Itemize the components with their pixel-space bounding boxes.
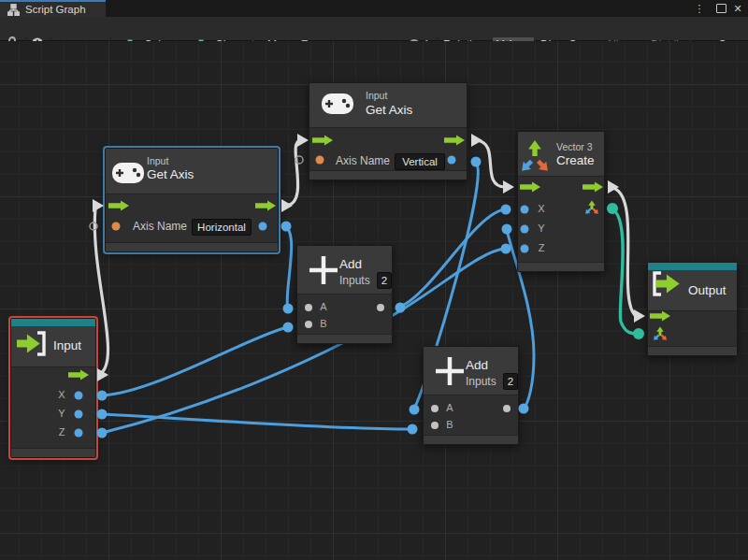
node-footer	[424, 435, 518, 444]
axis-name-field[interactable]: Vertical	[395, 153, 445, 170]
node-vector3-create[interactable]: Vector 3 Create X Y Z	[517, 131, 605, 272]
node-footer	[309, 170, 467, 179]
node-get-axis-horizontal[interactable]: Input Get Axis Axis Name Horizontal	[105, 148, 279, 252]
node-footer	[106, 242, 278, 251]
node-footer	[297, 334, 392, 343]
maximize-icon	[716, 4, 726, 13]
inputs-count-field[interactable]: 2	[377, 272, 392, 289]
window-maximize-button[interactable]	[713, 1, 728, 16]
inputs-label: Inputs	[339, 274, 370, 287]
node-header: Add Inputs 2	[297, 246, 392, 294]
node-output[interactable]: Output	[647, 262, 738, 356]
port-label-z: Z	[55, 426, 68, 438]
node-header: Vector 3 Create	[518, 132, 604, 177]
node-accent-bar	[11, 319, 95, 326]
node-title: Add	[466, 358, 488, 372]
node-title: Get Axis	[366, 103, 412, 117]
node-title: Get Axis	[147, 167, 194, 181]
axis-name-label: Axis Name	[336, 154, 390, 167]
unity-script-graph-window: { "window": { "tab_title": "Script Graph…	[0, 0, 748, 560]
port-label-z: Z	[535, 242, 548, 253]
port-label-y: Y	[55, 408, 68, 419]
tab-script-graph[interactable]: Script Graph	[0, 0, 106, 17]
node-input[interactable]: Input X Y Z	[10, 318, 96, 458]
node-get-axis-vertical[interactable]: Input Get Axis Axis Name Vertical	[309, 82, 468, 180]
node-header: Add Inputs 2	[424, 347, 518, 395]
port-label-x: X	[535, 203, 548, 214]
node-header: Input Get Axis	[309, 83, 467, 128]
graph-toolbar: <×> Cube Character Move Zoom 1x Relation…	[0, 17, 748, 41]
port-label-x: X	[55, 389, 68, 400]
axis-name-label: Axis Name	[133, 220, 187, 233]
node-title: Output	[688, 283, 726, 297]
axis-name-field[interactable]: Horizontal	[192, 219, 252, 236]
node-title: Add	[339, 257, 362, 271]
tab-bar: Script Graph ⋮ ✕	[0, 0, 748, 17]
close-icon: ✕	[733, 3, 741, 15]
window-close-button[interactable]: ✕	[730, 1, 745, 16]
node-footer	[11, 448, 95, 457]
inputs-count-field[interactable]: 2	[503, 373, 518, 390]
node-footer	[518, 262, 604, 271]
node-accent-bar	[648, 263, 737, 270]
node-header: Input Get Axis	[106, 149, 278, 194]
port-label-y: Y	[535, 223, 548, 234]
node-category: Vector 3	[556, 141, 593, 152]
port-label-a: A	[443, 402, 456, 413]
node-title: Create	[556, 153, 595, 167]
kebab-menu-icon: ⋮	[695, 3, 705, 15]
node-header: Input	[11, 326, 95, 367]
node-title: Input	[53, 338, 81, 352]
window-menu-button[interactable]: ⋮	[692, 1, 707, 16]
tab-title: Script Graph	[25, 4, 86, 15]
script-graph-icon	[7, 4, 20, 16]
port-label-a: A	[317, 301, 330, 312]
node-footer	[648, 346, 737, 355]
node-add-2[interactable]: Add Inputs 2 A B	[423, 346, 519, 445]
node-category: Input	[147, 155, 168, 166]
port-label-b: B	[317, 318, 330, 329]
port-label-b: B	[443, 419, 456, 430]
inputs-label: Inputs	[466, 375, 496, 388]
node-category: Input	[366, 90, 387, 101]
node-header: Output	[648, 270, 737, 311]
node-add-1[interactable]: Add Inputs 2 A B	[296, 245, 393, 344]
